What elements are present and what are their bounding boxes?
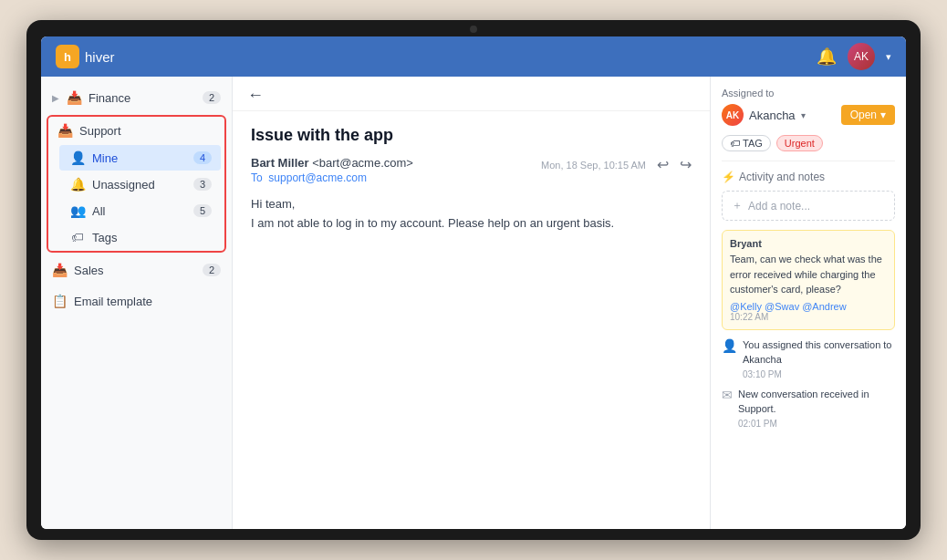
tags-row: 🏷 TAG Urgent xyxy=(722,135,895,161)
open-chevron-icon: ▾ xyxy=(880,109,886,121)
topnav-icons: 🔔 AK ▾ xyxy=(817,43,891,70)
unassigned-label: Unassigned xyxy=(92,178,186,192)
email-template-label: Email template xyxy=(74,295,221,308)
screen: h hiver 🔔 AK ▾ ▶ 📥 xyxy=(41,36,906,529)
unassigned-count: 3 xyxy=(193,178,212,191)
user-chevron-icon[interactable]: ▾ xyxy=(801,110,806,120)
app-name: hiver xyxy=(85,49,115,65)
mine-label: Mine xyxy=(92,151,186,165)
all-label: All xyxy=(92,204,186,218)
sidebar-item-unassigned[interactable]: 🔔 Unassigned 3 xyxy=(59,171,221,197)
right-panel: Assigned to AK Akancha ▾ Open ▾ 🏷 xyxy=(710,77,906,529)
support-label: Support xyxy=(79,124,215,138)
sidebar-item-support[interactable]: 📥 Support xyxy=(48,117,224,144)
inbox-icon: 📥 xyxy=(52,263,67,277)
email-view: Issue with the app Bart Miller <bart@acm… xyxy=(233,111,710,529)
user-avatar: AK xyxy=(722,104,744,126)
note-time: 10:22 AM xyxy=(730,312,887,322)
activity-title: ⚡ Activity and notes xyxy=(722,171,895,183)
plus-icon: ＋ xyxy=(732,198,743,213)
camera xyxy=(470,26,477,33)
email-body: Hi team, I am not able to log in to my a… xyxy=(251,195,692,233)
sidebar-section-email-template: 📋 Email template xyxy=(41,287,232,315)
tag-icon-small: 🏷 xyxy=(730,138,740,149)
email-to: To support@acme.com xyxy=(251,171,413,184)
sidebar-item-mine[interactable]: 👤 Mine 4 xyxy=(59,145,221,171)
topnav: h hiver 🔔 AK ▾ xyxy=(41,36,906,77)
content-area: ← Issue with the app Bart Miller <bart@a… xyxy=(233,77,710,529)
logo-icon: h xyxy=(56,45,79,68)
sidebar: ▶ 📥 Finance 2 📥 Support 👤 xyxy=(41,77,233,529)
logo: h hiver xyxy=(56,45,115,68)
mine-count: 4 xyxy=(193,151,212,164)
email-header-bar: ← xyxy=(233,77,710,111)
activity-icon: ⚡ xyxy=(722,171,735,183)
sales-label: Sales xyxy=(74,264,195,277)
sidebar-section-support: 📥 Support 👤 Mine 4 🔔 Unassigned 3 xyxy=(47,115,226,253)
event-time-0: 03:10 PM xyxy=(743,369,895,379)
email-date: Mon, 18 Sep, 10:15 AM xyxy=(541,160,646,171)
open-button[interactable]: Open ▾ xyxy=(841,105,895,125)
sidebar-item-sales[interactable]: 📥 Sales 2 xyxy=(41,256,232,284)
assigned-user: AK Akancha ▾ xyxy=(722,104,806,126)
users-icon: 👥 xyxy=(70,203,85,218)
tag-badge-default[interactable]: 🏷 TAG xyxy=(722,135,771,151)
sidebar-item-tags[interactable]: 🏷 Tags xyxy=(59,224,221,250)
email-meta: Bart Miller <bart@acme.com> To support@a… xyxy=(251,156,692,184)
activity-event-0: 👤 You assigned this conversation to Akan… xyxy=(722,337,895,379)
notifications-icon[interactable]: 🔔 xyxy=(817,47,837,67)
activity-event-1: ✉ New conversation received in Support. … xyxy=(722,387,895,429)
bell-icon: 🔔 xyxy=(70,177,85,192)
note-text: Team, can we check what was the error re… xyxy=(730,252,887,297)
avatar[interactable]: AK xyxy=(848,43,875,70)
sidebar-item-email-template[interactable]: 📋 Email template xyxy=(41,287,232,315)
all-count: 5 xyxy=(193,204,212,217)
sidebar-section-sales: 📥 Sales 2 xyxy=(41,256,232,284)
back-arrow-icon[interactable]: ← xyxy=(247,86,264,105)
forward-icon[interactable]: ↪ xyxy=(680,156,692,173)
inbox-event-icon: ✉ xyxy=(722,388,733,402)
sidebar-item-finance[interactable]: ▶ 📥 Finance 2 xyxy=(41,84,232,111)
assigned-to-label: Assigned to xyxy=(722,88,895,99)
chevron-down-icon[interactable]: ▾ xyxy=(886,51,891,63)
main-area: ▶ 📥 Finance 2 📥 Support 👤 xyxy=(41,77,906,529)
note-mentions: @Kelly @Swav @Andrew xyxy=(730,301,887,312)
sales-count: 2 xyxy=(203,264,221,276)
template-icon: 📋 xyxy=(52,294,67,308)
user-icon: 👤 xyxy=(70,150,85,165)
user-assign-icon: 👤 xyxy=(722,338,737,353)
finance-label: Finance xyxy=(88,91,195,105)
laptop-frame: h hiver 🔔 AK ▾ ▶ 📥 xyxy=(26,20,921,540)
chevron-right-icon: ▶ xyxy=(52,93,59,103)
assigned-row: AK Akancha ▾ Open ▾ xyxy=(722,104,895,126)
finance-count: 2 xyxy=(203,91,221,104)
email-sender: Bart Miller <bart@acme.com> xyxy=(251,156,413,170)
tags-label: Tags xyxy=(92,231,212,244)
add-note-input[interactable]: ＋ Add a note... xyxy=(722,191,895,221)
activity-note: Bryant Team, can we check what was the e… xyxy=(722,230,895,330)
inbox-icon: 📥 xyxy=(67,90,81,105)
reply-icon[interactable]: ↩ xyxy=(657,156,669,173)
email-subject: Issue with the app xyxy=(251,126,692,145)
event-text-0: You assigned this conversation to Akanch… xyxy=(743,337,895,368)
sidebar-section-finance: ▶ 📥 Finance 2 xyxy=(41,84,232,111)
note-author: Bryant xyxy=(730,238,887,249)
user-name: Akancha xyxy=(749,109,796,122)
event-time-1: 02:01 PM xyxy=(738,419,895,429)
tag-badge-urgent[interactable]: Urgent xyxy=(776,135,823,151)
inbox-icon: 📥 xyxy=(57,123,72,138)
event-text-1: New conversation received in Support. xyxy=(738,387,895,417)
tag-icon: 🏷 xyxy=(70,230,85,244)
sidebar-item-all[interactable]: 👥 All 5 xyxy=(59,198,221,223)
support-sub-items: 👤 Mine 4 🔔 Unassigned 3 👥 All 5 xyxy=(48,145,224,250)
